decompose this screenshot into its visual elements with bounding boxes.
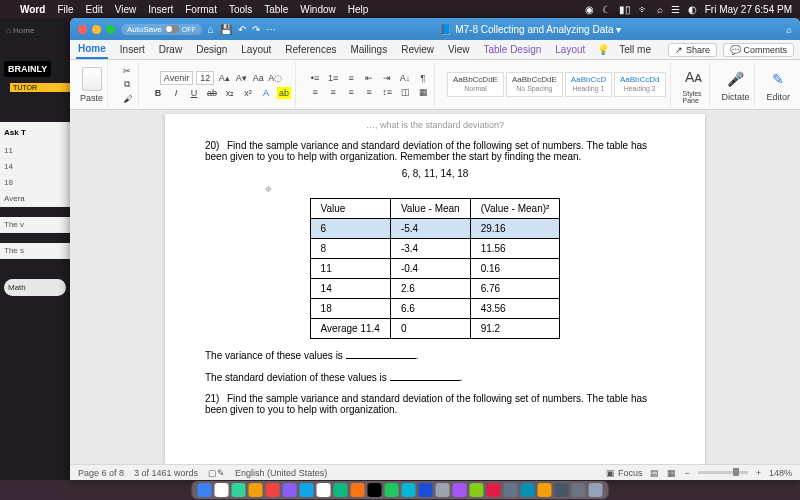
justify-icon[interactable]: ≡ — [362, 86, 376, 98]
underline-icon[interactable]: U — [187, 87, 201, 99]
clear-format-icon[interactable]: A◌ — [268, 72, 282, 84]
tab-home[interactable]: Home — [76, 40, 108, 59]
comments-button[interactable]: 💬 Comments — [723, 43, 794, 57]
wifi-icon[interactable]: ᯤ — [639, 4, 649, 15]
menu-format[interactable]: Format — [185, 4, 217, 15]
focus-mode[interactable]: ▣ Focus — [606, 468, 642, 478]
close-icon[interactable] — [78, 25, 87, 34]
maximize-icon[interactable] — [106, 25, 115, 34]
subscript-icon[interactable]: x₂ — [223, 87, 237, 99]
dock-app-8[interactable] — [334, 483, 348, 497]
home-icon[interactable]: ⌂ Home — [0, 26, 70, 35]
shading-icon[interactable]: ◫ — [398, 86, 412, 98]
search-icon[interactable]: ⌕ — [657, 4, 663, 15]
table-row[interactable]: 11-0.40.16 — [310, 259, 560, 279]
line-spacing-icon[interactable]: ↕≡ — [380, 86, 394, 98]
save-icon[interactable]: 💾 — [220, 24, 232, 35]
switch-icon[interactable] — [165, 25, 179, 33]
variance-table[interactable]: Value Value - Mean (Value - Mean)² 6-5.4… — [310, 198, 561, 339]
home-icon[interactable]: ⌂ — [208, 24, 214, 35]
table-row-average[interactable]: Average 11.4091.2 — [310, 319, 560, 339]
dock-app-13[interactable] — [419, 483, 433, 497]
zoom-in-icon[interactable]: + — [756, 468, 761, 478]
dock-app-6[interactable] — [300, 483, 314, 497]
spellcheck-icon[interactable]: ▢✎ — [208, 468, 225, 478]
moon-icon[interactable]: ☾ — [602, 4, 611, 15]
align-center-icon[interactable]: ≡ — [326, 86, 340, 98]
dock-app-17[interactable] — [487, 483, 501, 497]
dock-app-0[interactable] — [198, 483, 212, 497]
blank-line[interactable] — [346, 349, 416, 359]
dock-app-9[interactable] — [351, 483, 365, 497]
table-row[interactable]: 142.66.76 — [310, 279, 560, 299]
tab-view[interactable]: View — [446, 41, 472, 58]
menu-tools[interactable]: Tools — [229, 4, 252, 15]
dictate-group[interactable]: 🎤 Dictate — [718, 62, 755, 107]
search-icon[interactable]: ⌕ — [786, 24, 792, 35]
table-anchor-icon[interactable]: ✥ — [265, 185, 665, 194]
control-center-icon[interactable]: ☰ — [671, 4, 680, 15]
dock-app-1[interactable] — [215, 483, 229, 497]
style-no-spacing[interactable]: AaBbCcDdENo Spacing — [506, 72, 563, 96]
menu-table[interactable]: Table — [264, 4, 288, 15]
numbering-icon[interactable]: 1≡ — [326, 72, 340, 84]
undo-icon[interactable]: ↶ — [238, 24, 246, 35]
borders-icon[interactable]: ▦ — [416, 86, 430, 98]
menubar-clock[interactable]: Fri May 27 6:54 PM — [705, 4, 792, 15]
bold-icon[interactable]: B — [151, 87, 165, 99]
lightbulb-icon[interactable]: 💡 — [597, 44, 609, 55]
menu-help[interactable]: Help — [348, 4, 369, 15]
dock-app-10[interactable] — [368, 483, 382, 497]
dock-app-22[interactable] — [572, 483, 586, 497]
align-right-icon[interactable]: ≡ — [344, 86, 358, 98]
siri-icon[interactable]: ◐ — [688, 4, 697, 15]
tab-insert[interactable]: Insert — [118, 41, 147, 58]
decrease-indent-icon[interactable]: ⇤ — [362, 72, 376, 84]
table-row[interactable]: 8-3.411.56 — [310, 239, 560, 259]
table-row[interactable]: 186.643.56 — [310, 299, 560, 319]
superscript-icon[interactable]: x² — [241, 87, 255, 99]
dock-app-12[interactable] — [402, 483, 416, 497]
more-icon[interactable]: ⋯ — [266, 24, 276, 35]
multilevel-icon[interactable]: ≡ — [344, 72, 358, 84]
status-language[interactable]: English (United States) — [235, 468, 327, 478]
bullets-icon[interactable]: •≡ — [308, 72, 322, 84]
zoom-out-icon[interactable]: − — [684, 468, 689, 478]
brainly-chip-math[interactable]: Math — [4, 279, 66, 296]
tab-draw[interactable]: Draw — [157, 41, 184, 58]
font-size-select[interactable]: 12 — [196, 71, 214, 85]
brainly-logo[interactable]: BRAINLY — [4, 61, 51, 77]
grow-font-icon[interactable]: A▴ — [217, 72, 231, 84]
tab-mailings[interactable]: Mailings — [348, 41, 389, 58]
zoom-slider[interactable] — [698, 471, 748, 474]
dock-app-15[interactable] — [453, 483, 467, 497]
view-web-icon[interactable]: ▦ — [667, 468, 676, 478]
editor-group[interactable]: ✎ Editor — [763, 62, 795, 107]
dock-app-16[interactable] — [470, 483, 484, 497]
dock-app-19[interactable] — [521, 483, 535, 497]
change-case-icon[interactable]: Aa — [251, 72, 265, 84]
sort-icon[interactable]: A↓ — [398, 72, 412, 84]
italic-icon[interactable]: I — [169, 87, 183, 99]
increase-indent-icon[interactable]: ⇥ — [380, 72, 394, 84]
paragraph-mark-icon[interactable]: ¶ — [416, 72, 430, 84]
menu-edit[interactable]: Edit — [86, 4, 103, 15]
dock-app-7[interactable] — [317, 483, 331, 497]
highlight-icon[interactable]: ab — [277, 87, 291, 99]
tell-me[interactable]: Tell me — [619, 44, 651, 55]
document-page[interactable]: …, what is the standard deviation? 20)Fi… — [165, 114, 705, 464]
chevron-down-icon[interactable]: ▾ — [616, 24, 621, 35]
menu-window[interactable]: Window — [300, 4, 336, 15]
dock-app-23[interactable] — [589, 483, 603, 497]
menubar-app[interactable]: Word — [20, 4, 45, 15]
menu-view[interactable]: View — [115, 4, 137, 15]
zoom-value[interactable]: 148% — [769, 468, 792, 478]
tab-review[interactable]: Review — [399, 41, 436, 58]
format-painter-icon[interactable]: 🖌 — [120, 93, 134, 105]
dock-app-11[interactable] — [385, 483, 399, 497]
copy-icon[interactable]: ⧉ — [120, 79, 134, 91]
menu-file[interactable]: File — [57, 4, 73, 15]
tab-design[interactable]: Design — [194, 41, 229, 58]
style-heading1[interactable]: AaBbCcDHeading 1 — [565, 72, 612, 96]
dock-app-4[interactable] — [266, 483, 280, 497]
